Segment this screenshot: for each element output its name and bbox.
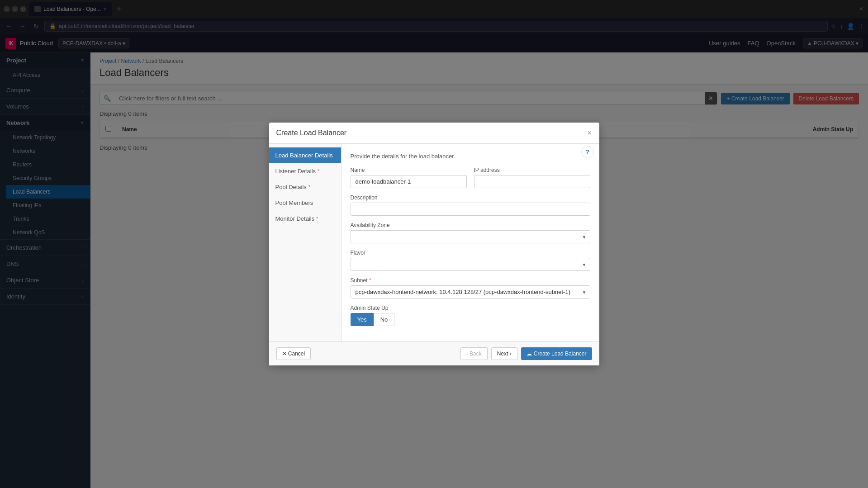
footer-right: ‹ Back Next › ☁ Create Load Balancer <box>460 347 592 360</box>
name-group: Name <box>351 167 467 188</box>
modal-nav-load-balancer-details[interactable]: Load Balancer Details <box>269 147 341 163</box>
modal-header: Create Load Balancer × <box>269 123 599 144</box>
admin-state-btns: Yes No <box>351 313 590 326</box>
flavor-select-wrapper <box>351 258 590 271</box>
modal-nav-monitor-details[interactable]: Monitor Details * <box>269 211 341 227</box>
help-btn[interactable]: ? <box>581 146 594 158</box>
modal-overlay: Create Load Balancer × Load Balancer Det… <box>0 0 868 488</box>
subnet-select[interactable]: pcp-dawxdax-frontend-network: 10.4.128.1… <box>351 285 590 298</box>
modal-close-btn[interactable]: × <box>587 129 592 137</box>
admin-state-yes-btn[interactable]: Yes <box>351 313 374 326</box>
modal-footer: ✕ Cancel ‹ Back Next › ☁ Create Load Bal… <box>269 341 599 365</box>
admin-state-group: Admin State Up Yes No <box>351 305 590 326</box>
subnet-label: Subnet * <box>351 277 590 284</box>
cancel-btn[interactable]: ✕ Cancel <box>276 347 311 360</box>
availability-zone-select[interactable] <box>351 230 590 243</box>
modal-nav-pool-members[interactable]: Pool Members <box>269 195 341 211</box>
modal-nav-pool-details[interactable]: Pool Details * <box>269 179 341 195</box>
next-btn[interactable]: Next › <box>491 347 517 360</box>
subnet-required-star: * <box>369 277 371 284</box>
pool-required-icon: * <box>308 185 310 190</box>
name-input[interactable] <box>351 175 467 188</box>
flavor-select[interactable] <box>351 258 590 271</box>
name-ip-row: Name IP address <box>351 167 590 188</box>
monitor-required-icon: * <box>316 216 318 221</box>
subnet-group: Subnet * pcp-dawxdax-frontend-network: 1… <box>351 277 590 298</box>
flavor-label: Flavor <box>351 250 590 256</box>
listener-required-icon: * <box>318 169 319 174</box>
create-btn[interactable]: ☁ Create Load Balancer <box>521 347 592 360</box>
modal-title: Create Load Balancer <box>276 129 347 137</box>
modal-sidebar-nav: Load Balancer Details Listener Details *… <box>269 144 342 341</box>
flavor-group: Flavor <box>351 250 590 271</box>
ip-input[interactable] <box>474 175 590 188</box>
form-description: Provide the details for the load balance… <box>351 153 590 160</box>
name-label: Name <box>351 167 467 173</box>
back-btn[interactable]: ‹ Back <box>460 347 488 360</box>
cloud-icon: ☁ <box>526 351 532 357</box>
admin-state-no-btn[interactable]: No <box>374 313 395 326</box>
admin-state-label: Admin State Up <box>351 305 590 311</box>
subnet-select-wrapper: pcp-dawxdax-frontend-network: 10.4.128.1… <box>351 285 590 298</box>
ip-label: IP address <box>474 167 590 173</box>
description-input[interactable] <box>351 203 590 216</box>
availability-zone-select-wrapper <box>351 230 590 243</box>
modal-body: Load Balancer Details Listener Details *… <box>269 144 599 341</box>
availability-zone-label: Availability Zone <box>351 222 590 228</box>
description-label: Description <box>351 194 590 201</box>
create-load-balancer-modal: Create Load Balancer × Load Balancer Det… <box>269 123 599 365</box>
availability-zone-group: Availability Zone <box>351 222 590 243</box>
modal-nav-listener-details[interactable]: Listener Details * <box>269 163 341 179</box>
modal-form-content: ? Provide the details for the load balan… <box>342 144 599 341</box>
ip-group: IP address <box>474 167 590 188</box>
description-group: Description <box>351 194 590 216</box>
